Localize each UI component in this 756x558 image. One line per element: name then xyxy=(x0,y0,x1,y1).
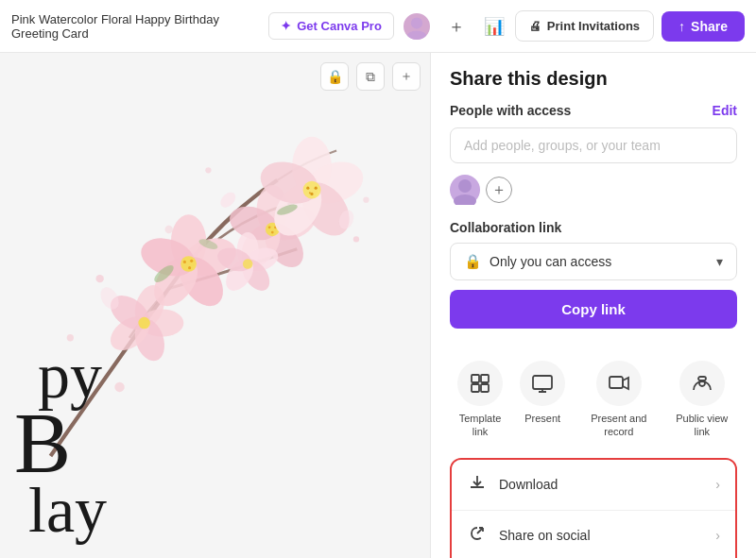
svg-point-29 xyxy=(309,192,311,194)
canva-pro-button[interactable]: ✦ Get Canva Pro xyxy=(268,12,394,40)
share-panel-title: Share this design xyxy=(450,68,737,90)
add-button[interactable]: ＋ xyxy=(392,62,421,91)
template-link-icon xyxy=(457,361,503,406)
people-input[interactable] xyxy=(450,127,737,163)
people-label: People with access xyxy=(450,103,571,118)
topbar: Pink Watercolor Floral Happy Birthday Gr… xyxy=(0,0,756,53)
svg-rect-57 xyxy=(472,375,479,382)
svg-point-9 xyxy=(190,260,193,262)
present-label: Present xyxy=(524,412,560,425)
canvas-content: 🔒 ⧉ ＋ xyxy=(0,53,430,558)
user-avatar xyxy=(450,175,480,205)
lock-icon: 🔒 xyxy=(464,253,482,270)
svg-point-44 xyxy=(217,190,238,211)
duplicate-button[interactable]: ⧉ xyxy=(356,62,385,91)
print-invitations-button[interactable]: 🖨 Print Invitations xyxy=(515,10,654,42)
svg-point-17 xyxy=(268,227,271,229)
canvas-area: 🔒 ⧉ ＋ xyxy=(0,53,756,558)
flower-illustration xyxy=(0,100,425,497)
download-label: Download xyxy=(499,477,558,492)
access-label: Only you can access xyxy=(490,254,611,269)
access-left: 🔒 Only you can access xyxy=(464,253,611,270)
svg-point-50 xyxy=(165,226,173,233)
canva-pro-label: Get Canva Pro xyxy=(297,19,382,33)
share-button[interactable]: ↑ Share xyxy=(662,11,745,42)
share-social-left: Share on social xyxy=(467,524,591,548)
svg-point-35 xyxy=(138,317,150,330)
svg-point-1 xyxy=(406,30,426,42)
canva-pro-icon: ✦ xyxy=(281,19,291,33)
svg-point-47 xyxy=(114,382,124,392)
collab-label: Collaboration link xyxy=(450,220,737,235)
svg-point-25 xyxy=(303,181,321,199)
svg-point-45 xyxy=(95,275,103,282)
svg-point-56 xyxy=(454,194,476,205)
svg-rect-60 xyxy=(481,384,489,392)
svg-point-41 xyxy=(243,259,252,268)
copy-link-button[interactable]: Copy link xyxy=(450,290,737,329)
share-panel: Share this design People with access Edi… xyxy=(430,53,756,558)
print-invitations-label: Print Invitations xyxy=(547,19,640,33)
svg-rect-58 xyxy=(481,375,489,382)
template-link-label: Template link xyxy=(450,412,510,439)
present-record-icon xyxy=(596,361,642,406)
access-dropdown[interactable]: 🔒 Only you can access ▾ xyxy=(450,243,737,280)
download-chevron: › xyxy=(715,477,720,492)
public-view-label: Public view link xyxy=(667,412,737,439)
svg-point-49 xyxy=(363,197,369,203)
svg-point-55 xyxy=(458,179,472,193)
print-icon: 🖨 xyxy=(529,19,541,33)
avatar-row: ＋ xyxy=(450,175,737,205)
svg-point-7 xyxy=(180,256,197,272)
document-title: Pink Watercolor Floral Happy Birthday Gr… xyxy=(11,12,268,41)
present-icon xyxy=(520,361,565,406)
canvas-toolbar: 🔒 ⧉ ＋ xyxy=(320,62,421,91)
share-icon: ↑ xyxy=(679,19,685,34)
svg-rect-61 xyxy=(533,376,552,389)
svg-point-27 xyxy=(315,187,318,190)
svg-point-0 xyxy=(411,17,422,28)
svg-point-51 xyxy=(205,167,211,173)
edit-link[interactable]: Edit xyxy=(713,103,737,118)
download-item[interactable]: Download › xyxy=(452,460,735,511)
svg-point-48 xyxy=(67,334,74,341)
svg-point-19 xyxy=(271,231,274,234)
share-social-chevron: › xyxy=(715,528,720,543)
action-list: Download › Share on social › xyxy=(450,458,737,558)
chevron-down-icon: ▾ xyxy=(716,254,723,269)
avatar xyxy=(402,11,432,42)
download-icon xyxy=(467,473,488,497)
svg-point-26 xyxy=(306,187,309,190)
present-record-label: Present and record xyxy=(575,412,662,439)
share-options-grid: Template link Present Present and record xyxy=(450,361,737,439)
share-social-icon xyxy=(467,524,488,548)
people-access-row: People with access Edit xyxy=(450,103,737,118)
svg-point-46 xyxy=(353,236,359,242)
template-link-option[interactable]: Template link xyxy=(450,361,510,439)
share-label: Share xyxy=(691,19,728,34)
svg-point-8 xyxy=(183,261,186,263)
public-view-option[interactable]: Public view link xyxy=(667,361,737,439)
svg-point-10 xyxy=(188,266,191,269)
svg-rect-62 xyxy=(610,377,623,388)
share-social-label: Share on social xyxy=(499,528,591,543)
lock-button[interactable]: 🔒 xyxy=(320,62,349,91)
avatar-group xyxy=(402,11,432,42)
public-view-icon xyxy=(679,361,725,406)
download-left: Download xyxy=(467,473,558,497)
collab-section: Collaboration link 🔒 Only you can access… xyxy=(450,220,737,347)
add-person-button[interactable]: ＋ xyxy=(486,177,512,203)
present-record-option[interactable]: Present and record xyxy=(575,361,662,439)
present-option[interactable]: Present xyxy=(514,361,571,439)
add-people-button[interactable]: ＋ xyxy=(439,9,473,43)
svg-rect-59 xyxy=(472,384,479,392)
share-social-item[interactable]: Share on social › xyxy=(452,511,735,558)
analytics-button[interactable]: 📊 xyxy=(477,9,511,43)
